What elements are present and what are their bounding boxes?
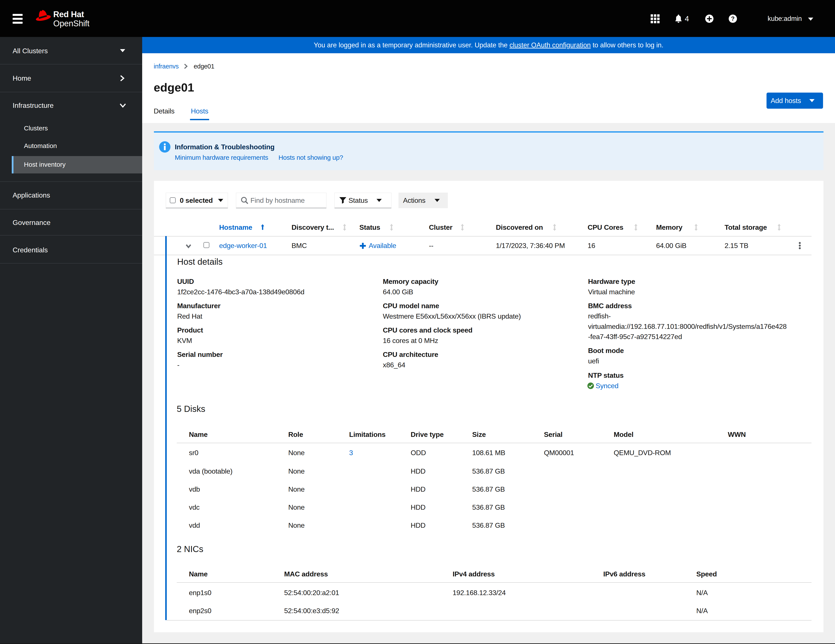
svg-text:?: ? <box>731 15 735 22</box>
